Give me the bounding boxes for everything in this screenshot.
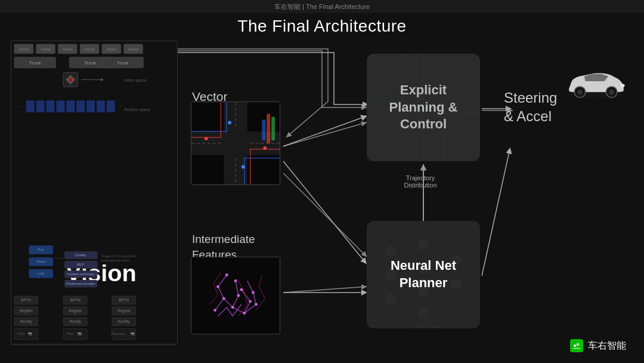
svg-text:Ray: Ray xyxy=(38,248,44,251)
svg-point-109 xyxy=(205,137,208,140)
svg-text:Rectify: Rectify xyxy=(69,319,81,324)
svg-text:RegNet: RegNet xyxy=(117,309,131,313)
svg-point-159 xyxy=(577,90,583,95)
svg-point-131 xyxy=(419,240,428,250)
svg-point-115 xyxy=(225,273,228,276)
svg-text:Trunk: Trunk xyxy=(117,60,129,66)
svg-text:Feature space: Feature space xyxy=(124,107,150,112)
svg-point-38 xyxy=(69,78,72,82)
svg-rect-46 xyxy=(86,100,95,112)
svg-point-107 xyxy=(228,121,231,125)
svg-text:RegNet: RegNet xyxy=(69,309,82,313)
svg-text:→: → xyxy=(118,104,122,109)
svg-line-0 xyxy=(283,122,367,146)
svg-point-120 xyxy=(249,300,252,303)
svg-rect-40 xyxy=(26,100,35,112)
svg-text:Single-to-VS transforms: Single-to-VS transforms xyxy=(101,254,136,258)
svg-text:→: → xyxy=(16,104,20,109)
svg-text:BFPN: BFPN xyxy=(119,298,129,302)
svg-text:Head: Head xyxy=(106,47,116,51)
svg-text:Context summary: Context summary xyxy=(67,272,95,276)
svg-text:Rectify: Rectify xyxy=(118,319,130,324)
svg-text:Pillar: Pillar xyxy=(66,332,74,336)
svg-line-10 xyxy=(283,161,366,263)
svg-text:Line: Line xyxy=(38,272,45,275)
svg-text:📷: 📷 xyxy=(78,331,82,336)
svg-rect-104 xyxy=(262,120,265,141)
svg-line-1 xyxy=(283,173,367,257)
car-image xyxy=(561,60,632,107)
svg-text:Quality: Quality xyxy=(75,253,86,257)
svg-text:Repeater: Repeater xyxy=(111,332,125,336)
svg-point-110 xyxy=(263,146,267,150)
svg-text:Trunk: Trunk xyxy=(84,60,96,66)
svg-text:Relaxation Goal: Relaxation Goal xyxy=(414,324,440,328)
svg-text:Wave: Wave xyxy=(36,260,46,263)
svg-text:Discretized: Discretized xyxy=(426,318,444,322)
svg-point-130 xyxy=(386,294,395,303)
svg-rect-47 xyxy=(97,100,105,112)
top-bar-text: 车右智能 | The Final Architecture xyxy=(274,2,370,11)
svg-point-119 xyxy=(243,312,246,315)
svg-point-114 xyxy=(216,285,219,288)
svg-line-9 xyxy=(283,116,366,146)
svg-point-123 xyxy=(252,291,255,294)
top-bar: 车右智能 | The Final Architecture xyxy=(0,0,644,13)
svg-line-2 xyxy=(283,287,367,293)
svg-text:Video space: Video space xyxy=(124,78,147,83)
svg-text:multi-camera fusion: multi-camera fusion xyxy=(101,259,130,262)
svg-rect-43 xyxy=(56,100,64,112)
svg-point-108 xyxy=(242,165,245,168)
watermark: 车右智能 xyxy=(570,339,626,352)
svg-text:Positional encoder: Positional encoder xyxy=(66,282,95,285)
svg-rect-106 xyxy=(271,117,275,140)
svg-text:RegNet: RegNet xyxy=(20,309,33,313)
svg-point-122 xyxy=(255,303,258,306)
wechat-icon xyxy=(570,339,583,352)
svg-line-14 xyxy=(482,149,510,276)
svg-text:Head: Head xyxy=(41,47,51,51)
svg-text:Intermediate: Intermediate xyxy=(370,318,390,322)
svg-rect-42 xyxy=(47,100,55,112)
svg-rect-105 xyxy=(267,114,270,143)
svg-rect-41 xyxy=(36,100,45,112)
svg-text:BFPN: BFPN xyxy=(21,298,32,302)
neural-net-planner-box: Intermediate Discretized Relaxation Goal… xyxy=(367,221,480,328)
svg-text:Pillar: Pillar xyxy=(17,332,24,336)
svg-rect-45 xyxy=(76,100,85,112)
main-title: The Final Architecture xyxy=(0,17,644,36)
explicit-planning-box: ExplicitPlanning &Control xyxy=(367,54,480,161)
feature-map-visualization xyxy=(191,257,280,334)
svg-point-116 xyxy=(231,306,234,309)
svg-point-112 xyxy=(213,309,216,312)
svg-point-165 xyxy=(574,344,576,347)
svg-rect-111 xyxy=(191,257,280,334)
svg-text:Trunk: Trunk xyxy=(29,60,41,66)
svg-rect-48 xyxy=(107,100,115,112)
svg-point-134 xyxy=(419,309,428,318)
svg-text:📷: 📷 xyxy=(28,331,33,336)
intersection-visualization xyxy=(191,101,280,185)
svg-point-166 xyxy=(577,343,580,346)
neural-net-planner-text: Neural NetPlanner xyxy=(391,257,456,291)
svg-point-161 xyxy=(609,90,614,95)
svg-point-128 xyxy=(386,246,395,256)
svg-point-117 xyxy=(237,294,240,297)
svg-text:Rectify: Rectify xyxy=(20,319,32,324)
svg-text:Head: Head xyxy=(85,47,95,51)
svg-text:📷: 📷 xyxy=(131,331,135,336)
svg-point-113 xyxy=(222,297,225,300)
svg-text:Head: Head xyxy=(128,47,138,51)
svg-text:Head: Head xyxy=(63,47,73,51)
watermark-text: 车右智能 xyxy=(588,340,626,352)
svg-rect-44 xyxy=(66,100,75,112)
svg-text:BFPN: BFPN xyxy=(70,298,81,302)
steering-accel-label: Steering& Accel xyxy=(504,88,557,125)
svg-point-121 xyxy=(240,288,243,291)
left-panel: Head Head Head Head Head Head Trunk Trun… xyxy=(11,41,178,345)
trajectory-distribution-label: TrajectoryDistribution xyxy=(382,174,459,189)
svg-text:MLP: MLP xyxy=(77,263,84,266)
svg-point-118 xyxy=(234,279,237,282)
svg-text:Head: Head xyxy=(19,47,29,51)
